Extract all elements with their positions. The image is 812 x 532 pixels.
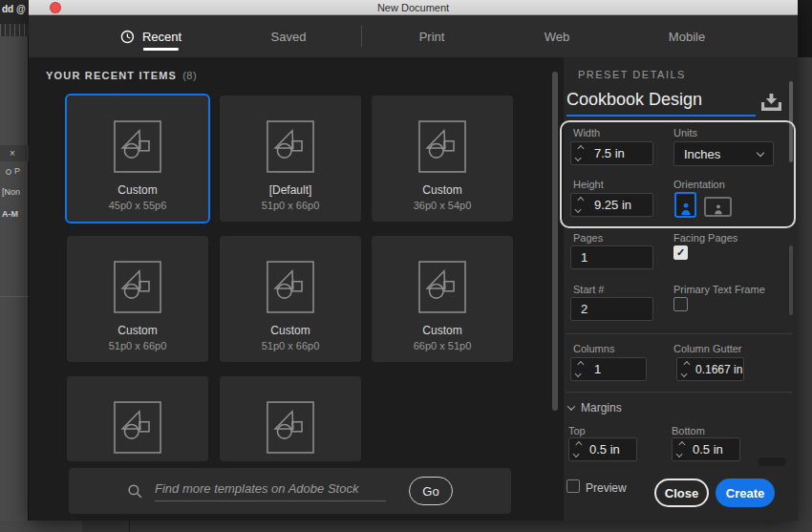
template-dimensions: 51p0 x 66p0 bbox=[262, 340, 320, 351]
start-number-field[interactable]: 2 bbox=[570, 297, 653, 321]
tab-label: Saved bbox=[271, 30, 307, 44]
width-value: 7.5 in bbox=[587, 146, 625, 160]
preset-details-pane: PRESET DETAILS Cookbook Design Width 7.5… bbox=[564, 57, 798, 521]
margin-top-label: Top bbox=[568, 425, 586, 436]
template-card[interactable]: Custom 45p0 x 55p6 bbox=[67, 96, 208, 222]
background-panel-close: × bbox=[0, 145, 29, 161]
style-ring-icon bbox=[6, 169, 11, 175]
orientation-label: Orientation bbox=[673, 179, 725, 190]
template-card[interactable] bbox=[67, 376, 208, 461]
template-dimensions: 45p0 x 55p6 bbox=[109, 200, 167, 211]
primary-text-frame-checkbox[interactable] bbox=[673, 297, 688, 311]
create-button[interactable]: Create bbox=[716, 479, 775, 507]
margin-top-value: 0.5 in bbox=[585, 442, 620, 457]
template-dimensions: 51p0 x 66p0 bbox=[109, 340, 167, 351]
preview-label: Preview bbox=[586, 481, 627, 495]
width-field[interactable]: 7.5 in bbox=[570, 141, 653, 165]
background-panel-item: [Non bbox=[2, 187, 31, 197]
recent-items-count: (8) bbox=[182, 70, 197, 81]
go-button[interactable]: Go bbox=[409, 477, 453, 505]
preset-scrollbar-segment bbox=[789, 245, 793, 315]
close-button[interactable]: Close bbox=[654, 479, 709, 507]
start-number-label: Start # bbox=[573, 284, 604, 295]
units-select[interactable]: Inches bbox=[673, 141, 774, 166]
orientation-landscape-button[interactable] bbox=[704, 197, 732, 217]
template-name: Custom bbox=[118, 325, 157, 337]
portrait-person-icon bbox=[680, 202, 692, 216]
facing-pages-checkbox[interactable] bbox=[673, 245, 688, 260]
template-card[interactable]: Custom 66p0 x 51p0 bbox=[372, 236, 513, 362]
dialog-titlebar: New Document bbox=[29, 0, 798, 15]
tab-saved[interactable]: Saved bbox=[271, 15, 307, 57]
template-name: Custom bbox=[270, 325, 310, 337]
stock-search-input[interactable] bbox=[155, 481, 386, 501]
screen: dd @ × P [Non A-M New Document Recent S bbox=[0, 0, 812, 532]
margin-top-field[interactable]: 0.5 in bbox=[568, 437, 637, 461]
pages-value: 1 bbox=[571, 250, 588, 265]
column-gutter-label: Column Gutter bbox=[673, 343, 742, 354]
dialog-title: New Document bbox=[29, 0, 798, 15]
tab-web[interactable]: Web bbox=[545, 15, 570, 57]
template-card[interactable] bbox=[220, 376, 361, 461]
template-name: Custom bbox=[422, 325, 461, 337]
tab-label: Recent bbox=[142, 30, 182, 44]
tab-mobile[interactable]: Mobile bbox=[669, 15, 705, 57]
template-thumbnail-icon bbox=[114, 376, 161, 454]
dialog-body: YOUR RECENT ITEMS(8) Custom 45p0 x 55p6 … bbox=[29, 57, 798, 521]
column-gutter-value: 0.1667 in bbox=[693, 363, 742, 376]
search-icon bbox=[127, 483, 143, 500]
columns-stepper[interactable] bbox=[571, 358, 587, 380]
margins-section-toggle[interactable]: Margins bbox=[568, 401, 622, 415]
margin-bottom-value: 0.5 in bbox=[688, 442, 723, 457]
background-ruler bbox=[0, 24, 29, 36]
background-app-bottom-strip bbox=[0, 521, 812, 532]
margin-bottom-label: Bottom bbox=[672, 425, 705, 436]
tab-label: Print bbox=[419, 30, 445, 44]
orientation-portrait-button[interactable] bbox=[674, 192, 696, 218]
start-number-value: 2 bbox=[571, 302, 588, 316]
save-preset-download-icon[interactable] bbox=[760, 94, 782, 116]
background-panel-item: A-M bbox=[2, 209, 31, 219]
template-name: Custom bbox=[118, 184, 157, 197]
template-card[interactable]: [Default] 51p0 x 66p0 bbox=[220, 96, 361, 222]
column-gutter-field[interactable]: 0.1667 in bbox=[676, 357, 744, 381]
margin-bottom-stepper[interactable] bbox=[673, 438, 688, 460]
template-name: Custom bbox=[422, 184, 461, 197]
height-stepper[interactable] bbox=[571, 194, 587, 216]
recent-items-header: YOUR RECENT ITEMS(8) bbox=[46, 70, 197, 81]
chevron-down-icon bbox=[757, 149, 764, 157]
margins-label: Margins bbox=[581, 401, 622, 415]
margin-bottom-field[interactable]: 0.5 in bbox=[672, 437, 740, 461]
background-app-left-strip: dd @ × P [Non A-M bbox=[0, 0, 29, 532]
width-stepper[interactable] bbox=[571, 142, 587, 164]
tab-recent[interactable]: Recent bbox=[120, 15, 182, 57]
section-divider bbox=[566, 392, 793, 393]
template-card[interactable]: Custom 51p0 x 66p0 bbox=[67, 236, 208, 362]
active-tab-underline bbox=[143, 48, 179, 51]
clock-icon bbox=[120, 30, 135, 44]
tab-print[interactable]: Print bbox=[419, 15, 445, 57]
width-label: Width bbox=[573, 127, 600, 138]
pages-label: Pages bbox=[573, 232, 603, 244]
margin-top-stepper[interactable] bbox=[569, 438, 585, 460]
height-label: Height bbox=[573, 179, 604, 190]
units-label: Units bbox=[673, 127, 697, 138]
preview-checkbox[interactable] bbox=[566, 479, 580, 493]
column-gutter-stepper[interactable] bbox=[677, 358, 693, 380]
section-divider bbox=[566, 333, 793, 334]
template-card[interactable]: Custom 51p0 x 66p0 bbox=[220, 236, 361, 362]
height-field[interactable]: 9.25 in bbox=[570, 193, 653, 217]
columns-field[interactable]: 1 bbox=[570, 357, 647, 381]
template-card[interactable]: Custom 36p0 x 54p0 bbox=[372, 96, 513, 222]
new-document-dialog: New Document Recent Saved Print Web Mobi… bbox=[29, 0, 798, 521]
templates-scrollbar[interactable] bbox=[552, 72, 558, 411]
template-thumbnail-icon bbox=[418, 236, 466, 313]
template-name: [Default] bbox=[269, 184, 312, 197]
adobe-stock-searchbar: Go bbox=[69, 468, 511, 514]
preset-scrollbar[interactable] bbox=[789, 81, 793, 162]
pages-field[interactable]: 1 bbox=[570, 245, 653, 269]
primary-text-frame-label: Primary Text Frame bbox=[673, 284, 765, 295]
document-name-input[interactable]: Cookbook Design bbox=[566, 90, 756, 110]
template-dimensions: 36p0 x 54p0 bbox=[414, 200, 472, 211]
background-app-titlebar: dd @ bbox=[0, 0, 29, 24]
